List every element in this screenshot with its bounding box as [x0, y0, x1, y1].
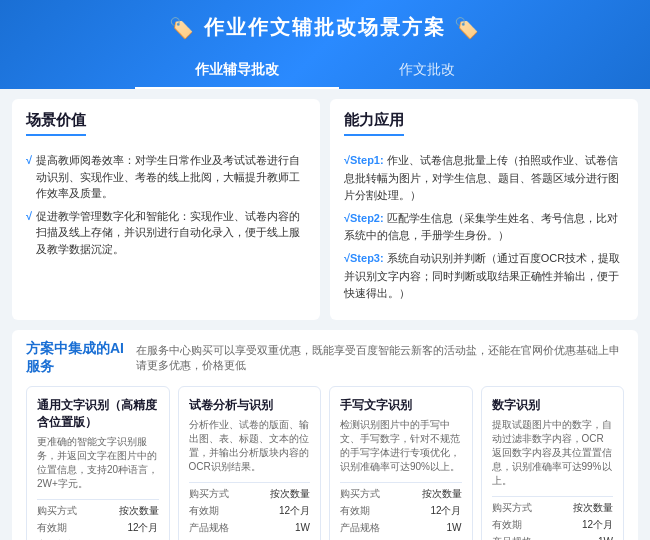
card-2-spec-row: 产品规格 1W: [189, 521, 311, 535]
right-panel-title: 能力应用: [344, 111, 404, 136]
card-handwriting: 手写文字识别 检测识别图片中的手写中文、手写数字，针对不规范的手写字体进行专项优…: [329, 386, 473, 540]
card-3-spec-row: 产品规格 1W: [340, 521, 462, 535]
step-1-text: 作业、试卷信息批量上传（拍照或作业、试卷信息批转幅为图片，对学生信息、题目、答题…: [344, 154, 619, 201]
ai-section-header: 方案中集成的AI服务 在服务中心购买可以享受双重优惠，既能享受百度智能云新客的活…: [26, 340, 624, 376]
top-panels: 场景价值 √ 提高教师阅卷效率：对学生日常作业及考试试卷进行自动识别、实现作业、…: [12, 99, 638, 320]
card-2-title: 试卷分析与识别: [189, 397, 311, 414]
step-3-text: 系统自动识别并判断（通过百度OCR技术，提取并识别文字内容；同时判断或取结果正确…: [344, 252, 620, 299]
card-4-validity-row: 有效期 12个月: [492, 518, 614, 532]
page-title: 🏷️ 作业作文辅批改场景方案 🏷️: [20, 14, 630, 41]
step-2-text: 匹配学生信息（采集学生姓名、考号信息，比对系统中的信息，手册学生身份。）: [344, 212, 618, 242]
card-2-validity-label: 有效期: [189, 504, 219, 518]
check-text-2: 促进教学管理数字化和智能化：实现作业、试卷内容的扫描及线上存储，并识别进行自动化…: [36, 208, 306, 258]
card-2-purchase-row: 购买方式 按次数量: [189, 487, 311, 501]
card-3-title: 手写文字识别: [340, 397, 462, 414]
card-1-title: 通用文字识别（高精度含位置版）: [37, 397, 159, 431]
ai-section-title: 方案中集成的AI服务: [26, 340, 130, 376]
card-2-validity-value: 12个月: [279, 504, 310, 518]
card-4-spec-label: 产品规格: [492, 535, 532, 540]
step-2: √Step2: 匹配学生信息（采集学生姓名、考号信息，比对系统中的信息，手册学生…: [344, 210, 624, 245]
ai-section-desc: 在服务中心购买可以享受双重优惠，既能享受百度智能云新客的活动盐，还能在官网价优惠…: [136, 343, 624, 373]
tab-homework[interactable]: 作业辅导批改: [135, 53, 339, 89]
step-3-label: √Step3:: [344, 252, 384, 264]
card-4-spec-value: 1W: [598, 536, 613, 540]
left-panel: 场景价值 √ 提高教师阅卷效率：对学生日常作业及考试试卷进行自动识别、实现作业、…: [12, 99, 320, 320]
card-2-spec-value: 1W: [295, 522, 310, 533]
right-panel: 能力应用 √Step1: 作业、试卷信息批量上传（拍照或作业、试卷信息批转幅为图…: [330, 99, 638, 320]
card-3-desc: 检测识别图片中的手写中文、手写数字，针对不规范的手写字体进行专项优化，识别准确率…: [340, 418, 462, 474]
ai-section: 方案中集成的AI服务 在服务中心购买可以享受双重优惠，既能享受百度智能云新客的活…: [12, 330, 638, 540]
card-3-validity-row: 有效期 12个月: [340, 504, 462, 518]
step-2-label: √Step2:: [344, 212, 384, 224]
card-4-validity-label: 有效期: [492, 518, 522, 532]
card-4-purchase-row: 购买方式 按次数量: [492, 501, 614, 515]
card-2-purchase-label: 购买方式: [189, 487, 229, 501]
card-2-desc: 分析作业、试卷的版面、输出图、表、标题、文本的位置，并输出分析版块内容的OCR识…: [189, 418, 311, 474]
card-4-purchase-label: 购买方式: [492, 501, 532, 515]
tag-icon-left: 🏷️: [169, 16, 196, 40]
card-1-purchase-label: 购买方式: [37, 504, 77, 518]
card-3-validity-label: 有效期: [340, 504, 370, 518]
card-1-validity-value: 12个月: [127, 521, 158, 535]
card-ocr-high: 通用文字识别（高精度含位置版） 更准确的智能文字识别服务，并返回文字在图片中的位…: [26, 386, 170, 540]
cards-grid: 通用文字识别（高精度含位置版） 更准确的智能文字识别服务，并返回文字在图片中的位…: [26, 386, 624, 540]
card-3-spec-label: 产品规格: [340, 521, 380, 535]
card-exam-analysis: 试卷分析与识别 分析作业、试卷的版面、输出图、表、标题、文本的位置，并输出分析版…: [178, 386, 322, 540]
card-digit: 数字识别 提取试题图片中的数字，自动过滤非数字内容，OCR返回数字内容及其位置置…: [481, 386, 625, 540]
card-2-validity-row: 有效期 12个月: [189, 504, 311, 518]
tag-icon-right: 🏷️: [454, 16, 481, 40]
tab-essay[interactable]: 作文批改: [339, 53, 515, 89]
check-text-1: 提高教师阅卷效率：对学生日常作业及考试试卷进行自动识别、实现作业、考卷的线上批阅…: [36, 152, 306, 202]
step-1-label: √Step1:: [344, 154, 384, 166]
main-content: 场景价值 √ 提高教师阅卷效率：对学生日常作业及考试试卷进行自动识别、实现作业、…: [0, 89, 650, 540]
card-4-spec-row: 产品规格 1W: [492, 535, 614, 540]
left-panel-title: 场景价值: [26, 111, 86, 136]
check-mark-1: √: [26, 152, 32, 202]
card-2-purchase-value: 按次数量: [270, 487, 310, 501]
page-header: 🏷️ 作业作文辅批改场景方案 🏷️ 作业辅导批改 作文批改: [0, 0, 650, 89]
card-4-desc: 提取试题图片中的数字，自动过滤非数字内容，OCR返回数字内容及其位置置信息，识别…: [492, 418, 614, 488]
step-1: √Step1: 作业、试卷信息批量上传（拍照或作业、试卷信息批转幅为图片，对学生…: [344, 152, 624, 205]
check-mark-2: √: [26, 208, 32, 258]
tab-bar: 作业辅导批改 作文批改: [20, 53, 630, 89]
card-1-purchase-row: 购买方式 按次数量: [37, 504, 159, 518]
card-3-validity-value: 12个月: [430, 504, 461, 518]
card-3-purchase-label: 购买方式: [340, 487, 380, 501]
card-2-spec-label: 产品规格: [189, 521, 229, 535]
card-3-spec-value: 1W: [447, 522, 462, 533]
card-1-desc: 更准确的智能文字识别服务，并返回文字在图片中的位置信息，支持20种语言，2W+字…: [37, 435, 159, 491]
card-1-validity-label: 有效期: [37, 521, 67, 535]
card-3-purchase-row: 购买方式 按次数量: [340, 487, 462, 501]
check-item-1: √ 提高教师阅卷效率：对学生日常作业及考试试卷进行自动识别、实现作业、考卷的线上…: [26, 152, 306, 202]
card-1-validity-row: 有效期 12个月: [37, 521, 159, 535]
step-3: √Step3: 系统自动识别并判断（通过百度OCR技术，提取并识别文字内容；同时…: [344, 250, 624, 303]
card-1-purchase-value: 按次数量: [119, 504, 159, 518]
card-3-purchase-value: 按次数量: [422, 487, 462, 501]
card-4-purchase-value: 按次数量: [573, 501, 613, 515]
check-item-2: √ 促进教学管理数字化和智能化：实现作业、试卷内容的扫描及线上存储，并识别进行自…: [26, 208, 306, 258]
card-4-validity-value: 12个月: [582, 518, 613, 532]
card-4-title: 数字识别: [492, 397, 614, 414]
